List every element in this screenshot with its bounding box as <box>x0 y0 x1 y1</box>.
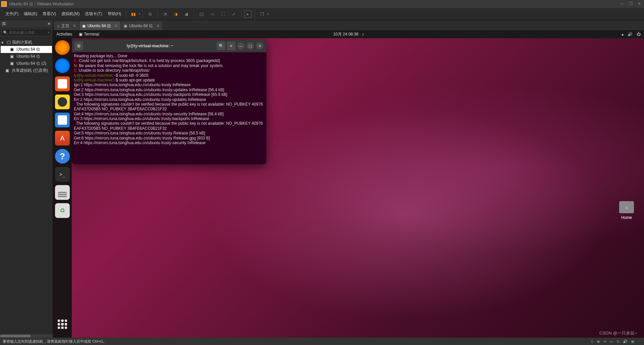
dropdown-icon[interactable]: ▾ <box>48 31 50 34</box>
tab-close-icon[interactable]: ✕ <box>156 23 160 28</box>
minimize-button[interactable]: — <box>619 1 625 7</box>
shared-icon: ▣ <box>5 68 10 73</box>
search-placeholder: 在此处键入内容... <box>9 30 38 35</box>
vmware-title-bar: Ubuntu 64 位 - VMware Workstation — ❐ ✕ <box>0 0 644 8</box>
dock-help[interactable]: ? <box>55 149 70 164</box>
maximize-button[interactable]: ❐ <box>627 1 634 7</box>
tree-vm-2[interactable]: ▣ Ubuntu 64 位 <box>1 53 52 60</box>
terminal-minimize-button[interactable]: — <box>237 42 245 50</box>
dock-firefox[interactable] <box>55 40 70 55</box>
activities-button[interactable]: Activities <box>56 32 72 37</box>
vm-icon: ▣ <box>82 24 86 28</box>
notification-icon[interactable]: ♪ <box>362 32 364 37</box>
layout-fullscreen-x-icon[interactable]: ⤢ <box>229 9 238 19</box>
library-panel: 库 ✕ 🔍 在此处键入内容... ▾ ▾ 🖵 我的计算机 ▣ Ubuntu 64… <box>0 20 53 338</box>
send-ctrl-alt-del-icon[interactable]: ⧉ <box>145 9 155 19</box>
terminal-search-button[interactable]: 🔍 <box>217 42 225 50</box>
library-title: 库 <box>2 21 6 27</box>
dock-rhythmbox[interactable] <box>55 95 70 109</box>
vm-icon: ▣ <box>10 61 15 66</box>
desktop-home-icon[interactable]: ⌂ Home <box>619 201 634 220</box>
status-text: 要将输入定向到该虚拟机，请将鼠标指针移入其中或按 Ctrl+G。 <box>3 339 107 344</box>
vmware-menu-bar: 文件(F) 编辑(E) 查看(V) 虚拟机(M) 选项卡(T) 帮助(H) ▮▮… <box>0 8 644 20</box>
layout-thumbs-icon[interactable]: ▭ <box>208 9 217 19</box>
tab-bar: ⌂ 主页 ✕ ▣ Ubuntu 64 位 ✕ ▣ Ubuntu 64 位 ✕ <box>53 20 644 30</box>
volume-icon[interactable]: 🔊 <box>628 32 633 37</box>
terminal-menu-button[interactable]: ≡ <box>227 42 235 50</box>
library-scrollbar[interactable] <box>0 334 53 338</box>
main-area: ⌂ 主页 ✕ ▣ Ubuntu 64 位 ✕ ▣ Ubuntu 64 位 ✕ A… <box>53 20 644 338</box>
dock-files[interactable] <box>55 76 70 91</box>
tab-close-icon[interactable]: ✕ <box>114 23 118 28</box>
terminal-maximize-button[interactable]: ▢ <box>247 42 254 50</box>
library-header: 库 ✕ <box>0 20 53 27</box>
power-icon[interactable]: ⏻ <box>637 32 641 37</box>
dock-trash[interactable]: ♻ <box>55 203 70 218</box>
dock-libreoffice[interactable] <box>55 113 70 127</box>
terminal-body[interactable]: Reading package lists... DoneE: Could no… <box>72 52 266 164</box>
window-title: Ubuntu 64 位 - VMware Workstation <box>9 1 74 7</box>
status-icons: ⎙ ◉ ⇋ ▭ ⇆ 🔊 ▣ ⋯ <box>591 339 641 344</box>
unity-icon[interactable]: ❐ <box>257 9 267 19</box>
terminal-icon: ▣ <box>79 32 83 37</box>
computer-icon: 🖵 <box>7 40 11 45</box>
terminal-title: ly@ly-virtual-machine: ~ <box>84 44 216 48</box>
vmware-logo-icon <box>1 1 7 7</box>
library-tree: ▾ 🖵 我的计算机 ▣ Ubuntu 64 位 ▣ Ubuntu 64 位 ▣ … <box>0 38 53 75</box>
menu-help[interactable]: 帮助(H) <box>105 10 124 18</box>
menu-vm[interactable]: 虚拟机(M) <box>59 10 82 18</box>
device-usb-icon[interactable]: ⇋ <box>603 339 606 344</box>
device-print-icon[interactable]: ⎙ <box>591 339 593 344</box>
device-more-icon[interactable]: ⋯ <box>638 339 641 344</box>
layout-sidebar-icon[interactable]: ▯▯ <box>197 9 206 19</box>
console-view-icon[interactable]: ▸ <box>244 10 252 18</box>
tab-ubuntu-2[interactable]: ▣ Ubuntu 64 位 ✕ <box>121 21 162 30</box>
tree-vm-3[interactable]: ▣ Ubuntu 64 位 (2) <box>1 60 52 67</box>
device-sound-icon[interactable]: 🔊 <box>623 339 628 344</box>
dock-apps-grid[interactable] <box>56 318 69 331</box>
pause-icon[interactable]: ▮▮ <box>129 9 138 19</box>
vmware-status-bar: 要将输入定向到该虚拟机，请将鼠标指针移入其中或按 Ctrl+G。 ⎙ ◉ ⇋ ▭… <box>0 338 644 345</box>
snapshot-icon[interactable]: ◔ <box>160 9 170 19</box>
dock-software[interactable]: A <box>55 131 70 146</box>
device-net-icon[interactable]: ⇆ <box>616 339 620 344</box>
layout-stretch-icon[interactable]: ⛶ <box>218 9 228 19</box>
revert-snapshot-icon[interactable]: ◑ <box>171 9 180 19</box>
tree-root[interactable]: ▾ 🖵 我的计算机 <box>1 39 52 46</box>
menu-edit[interactable]: 编辑(E) <box>21 10 40 18</box>
tree-vm-1[interactable]: ▣ Ubuntu 64 位 <box>1 46 52 53</box>
library-search[interactable]: 🔍 在此处键入内容... ▾ <box>1 29 51 36</box>
tab-close-icon[interactable]: ✕ <box>73 23 76 28</box>
menu-file[interactable]: 文件(F) <box>3 10 21 18</box>
vm-icon: ▣ <box>10 47 15 52</box>
menu-tabs[interactable]: 选项卡(T) <box>82 10 105 18</box>
tab-home[interactable]: ⌂ 主页 ✕ <box>54 21 79 30</box>
tree-shared[interactable]: ▣ 共享虚拟机 (已弃用) <box>1 67 52 74</box>
snapshot-manager-icon[interactable]: ◕ <box>182 9 191 19</box>
dock-thunderbird[interactable] <box>55 58 70 73</box>
close-button[interactable]: ✕ <box>636 1 643 7</box>
dock-texteditor[interactable] <box>55 185 70 200</box>
vm-desktop[interactable]: Activities ▣ Terminal 10月 24 08:38 ♪ ▴ 🔊… <box>53 30 644 338</box>
vm-icon: ▣ <box>124 24 127 28</box>
device-disk-icon[interactable]: ▭ <box>610 339 613 344</box>
terminal-window[interactable]: ⊞ ly@ly-virtual-machine: ~ 🔍 ≡ — ▢ ✕ Rea… <box>72 40 266 164</box>
device-cd-icon[interactable]: ◉ <box>597 339 600 344</box>
tab-ubuntu-active[interactable]: ▣ Ubuntu 64 位 ✕ <box>79 21 121 30</box>
home-folder-icon: ⌂ <box>619 201 634 213</box>
ubuntu-dock: A ? >_ ♻ <box>53 38 72 338</box>
dock-terminal[interactable]: >_ <box>55 167 70 182</box>
search-icon: 🔍 <box>3 31 8 35</box>
tree-root-label: 我的计算机 <box>12 40 32 45</box>
device-display-icon[interactable]: ▣ <box>631 339 634 344</box>
watermark: CSDN @一只来辰~ <box>599 330 637 336</box>
network-icon[interactable]: ▴ <box>622 32 624 37</box>
menu-view[interactable]: 查看(V) <box>40 10 59 18</box>
terminal-newtab-button[interactable]: ⊞ <box>74 42 83 50</box>
terminal-indicator[interactable]: ▣ Terminal <box>79 32 99 37</box>
terminal-header[interactable]: ⊞ ly@ly-virtual-machine: ~ 🔍 ≡ — ▢ ✕ <box>72 40 266 52</box>
terminal-close-button[interactable]: ✕ <box>256 42 263 50</box>
home-icon: ⌂ <box>57 24 59 28</box>
datetime[interactable]: 10月 24 08:38 <box>333 32 358 37</box>
library-close-icon[interactable]: ✕ <box>47 21 51 26</box>
